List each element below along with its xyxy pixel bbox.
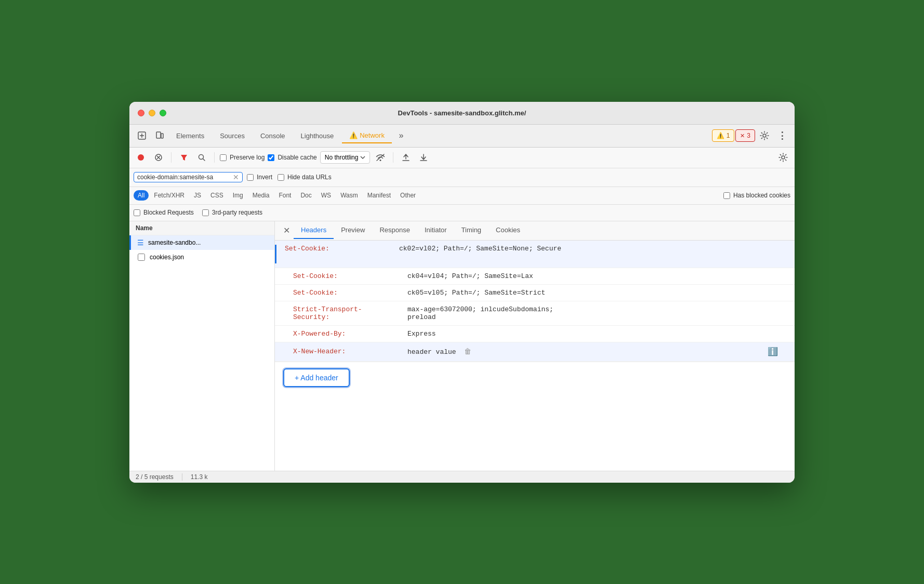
device-toolbar-button[interactable] [151,127,168,144]
network-warning-icon: ⚠️ [349,131,358,139]
error-badge[interactable]: ✕ 3 [735,129,755,142]
header-key: Security: [293,313,407,321]
type-tab-doc[interactable]: Doc [296,190,315,201]
file-list-header: Name [129,221,274,235]
gear-icon [760,131,769,140]
type-tab-js[interactable]: JS [190,190,205,201]
tab-sources[interactable]: Sources [213,129,252,143]
header-row: X-New-Header: header value 🗑 ℹ️ [275,342,795,362]
tab-preview[interactable]: Preview [334,222,372,239]
hide-data-urls-checkbox[interactable] [278,174,284,181]
separator-2 [214,152,215,163]
header-key: X-Powered-By: [293,330,407,338]
type-tab-media[interactable]: Media [248,190,274,201]
type-filter-tabs: All Fetch/XHR JS CSS Img Media Font Doc … [129,187,795,205]
type-tab-font[interactable]: Font [274,190,295,201]
close-button[interactable] [138,110,144,116]
filter-icon [180,153,188,162]
header-value: ck02=vl02; Path=/; SameSite=None; Secure [399,245,778,253]
header-value: preload [407,313,778,321]
inspect-element-button[interactable] [134,127,150,144]
tab-network[interactable]: ⚠️Network [342,128,392,143]
info-button[interactable]: ℹ️ [768,347,778,357]
search-button[interactable] [194,150,209,165]
filter-button[interactable] [177,150,191,165]
record-button[interactable] [134,150,148,165]
svg-rect-4 [161,134,163,138]
header-value: header value 🗑 [407,348,768,356]
header-key: Set-Cookie: [285,245,399,253]
extra-filters: Blocked Requests 3rd-party requests [129,205,795,221]
preserve-log-checkbox[interactable] [220,154,227,161]
devtools-window: DevTools - samesite-sandbox.glitch.me/ E… [129,102,795,483]
third-party-label[interactable]: 3rd-party requests [202,209,262,216]
type-tab-manifest[interactable]: Manifest [363,190,395,201]
download-icon [419,153,428,162]
filter-clear-button[interactable]: ✕ [233,174,239,181]
type-tab-fetch-xhr[interactable]: Fetch/XHR [150,190,189,201]
wifi-button[interactable] [373,150,388,165]
tab-headers[interactable]: Headers [294,222,334,239]
filter-bar: ✕ Invert Hide data URLs [129,168,795,187]
blocked-requests-label[interactable]: Blocked Requests [134,209,194,216]
blocked-requests-checkbox[interactable] [134,209,140,216]
minimize-button[interactable] [149,110,155,116]
tab-cookies[interactable]: Cookies [489,222,527,239]
main-area: Name ☰ samesite-sandbo... cookies.json ✕… [129,221,795,471]
error-icon: ✕ [740,132,745,139]
filter-input[interactable] [137,174,231,181]
tab-lighthouse[interactable]: Lighthouse [294,129,341,143]
delete-header-button[interactable]: 🗑 [464,348,471,356]
preserve-log-label[interactable]: Preserve log [220,154,265,161]
list-item[interactable]: ☰ samesite-sandbo... [129,235,274,250]
header-key: Strict-Transport- [293,306,407,313]
has-blocked-cookies-label[interactable]: Has blocked cookies [723,192,790,199]
type-tab-wasm[interactable]: Wasm [336,190,362,201]
settings-button[interactable] [756,127,773,144]
hide-data-urls-label[interactable]: Hide data URLs [278,174,332,181]
clear-button[interactable] [151,150,166,165]
detail-close-button[interactable]: ✕ [279,221,294,240]
type-tab-all[interactable]: All [134,190,149,201]
type-tab-img[interactable]: Img [229,190,247,201]
file-checkbox[interactable] [138,254,145,261]
disable-cache-label[interactable]: Disable cache [268,154,316,161]
invert-label[interactable]: Invert [247,174,272,181]
type-tab-other[interactable]: Other [396,190,420,201]
header-row: Set-Cookie: ck02=vl02; Path=/; SameSite=… [275,241,795,268]
more-options-button[interactable]: ⋮ [774,127,790,144]
more-tabs-button[interactable]: » [393,127,410,144]
record-icon [137,153,145,162]
tab-initiator[interactable]: Initiator [417,222,454,239]
svg-rect-3 [156,132,161,138]
svg-point-5 [763,134,766,137]
invert-checkbox[interactable] [247,174,254,181]
wifi-icon [375,153,386,162]
settings-icon [778,153,788,162]
export-button[interactable] [416,150,431,165]
transfer-size: 11.3 k [191,473,208,481]
tab-timing[interactable]: Timing [454,222,489,239]
filter-input-wrap[interactable]: ✕ [134,172,243,182]
devtools-tab-bar: Elements Sources Console Lighthouse ⚠️Ne… [129,125,795,148]
tab-response[interactable]: Response [372,222,417,239]
throttle-select[interactable]: No throttling [320,151,371,164]
disable-cache-checkbox[interactable] [268,154,274,161]
header-key: X-New-Header: [293,348,407,355]
maximize-button[interactable] [160,110,166,116]
add-header-button[interactable]: + Add header [283,368,350,387]
type-tab-ws[interactable]: WS [317,190,335,201]
has-blocked-cookies-checkbox[interactable] [723,192,730,199]
tab-elements[interactable]: Elements [169,129,212,143]
import-button[interactable] [399,150,413,165]
list-item[interactable]: cookies.json [129,250,274,264]
warning-icon: ⚠️ [717,132,724,139]
third-party-checkbox[interactable] [202,209,209,216]
tab-console[interactable]: Console [253,129,293,143]
warning-badge[interactable]: ⚠️ 1 [712,129,735,142]
svg-point-6 [138,154,144,161]
detail-tabs: ✕ Headers Preview Response Initiator Tim… [275,221,795,241]
type-tab-css[interactable]: CSS [206,190,228,201]
network-settings-button[interactable] [776,150,790,165]
file-list: Name ☰ samesite-sandbo... cookies.json [129,221,275,471]
